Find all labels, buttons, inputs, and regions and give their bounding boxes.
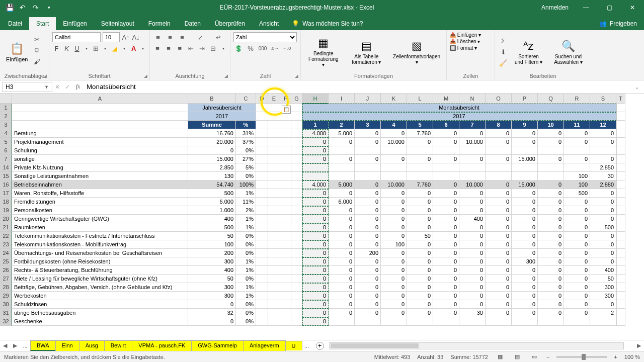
increase-decimal-icon[interactable]: .0→	[270, 43, 280, 53]
cell[interactable]: 0	[538, 300, 564, 309]
cell[interactable]: 1%	[236, 189, 256, 198]
sheet-nav-more[interactable]: ...	[302, 343, 312, 349]
currency-icon[interactable]: 💲	[233, 43, 244, 53]
cell[interactable]: 8	[486, 121, 512, 129]
cell[interactable]	[256, 163, 268, 172]
cell[interactable]	[280, 146, 291, 155]
cell[interactable]	[329, 317, 355, 326]
cell[interactable]	[616, 138, 625, 146]
cell[interactable]	[291, 155, 302, 163]
cell[interactable]: 10.000	[381, 138, 407, 146]
cell[interactable]	[291, 198, 302, 206]
cell[interactable]	[268, 189, 280, 198]
cell[interactable]: 0	[302, 206, 329, 215]
cell[interactable]	[616, 146, 625, 155]
cell[interactable]: 0	[355, 266, 381, 275]
cell[interactable]: 0	[329, 249, 355, 257]
zoom-in-button[interactable]: +	[614, 354, 617, 360]
thousands-icon[interactable]: 000	[258, 43, 268, 53]
cell[interactable]	[329, 172, 355, 180]
cell[interactable]	[256, 292, 268, 300]
cell[interactable]: 0	[433, 129, 459, 138]
cut-icon[interactable]: ✂	[32, 34, 42, 44]
cell[interactable]: 0	[407, 215, 433, 223]
cell[interactable]: 0	[512, 292, 538, 300]
cell[interactable]: %	[236, 121, 256, 129]
bold-icon[interactable]: F	[52, 43, 60, 53]
cell[interactable]: 5.000	[329, 180, 355, 189]
row-header[interactable]: 26	[0, 266, 12, 275]
cell[interactable]: 100	[564, 172, 590, 180]
cell[interactable]	[291, 129, 302, 138]
cell[interactable]: 0	[590, 198, 616, 206]
cell[interactable]	[616, 112, 625, 121]
fx-icon[interactable]: fx	[72, 83, 84, 90]
cell[interactable]	[302, 163, 329, 172]
cell[interactable]: 0	[433, 275, 459, 283]
chevron-down-icon[interactable]: ▾	[220, 43, 227, 53]
column-header[interactable]: R	[564, 94, 590, 104]
cell[interactable]: 0	[188, 317, 236, 326]
cell[interactable]: 0	[459, 283, 486, 292]
cell[interactable]: 0	[538, 215, 564, 223]
row-header[interactable]: 24	[0, 249, 12, 257]
cell[interactable]	[433, 317, 459, 326]
cell[interactable]	[256, 172, 268, 180]
cell[interactable]: 50	[407, 232, 433, 240]
cell[interactable]: 0	[486, 292, 512, 300]
sheet-tab[interactable]: Einn	[55, 340, 79, 351]
cell[interactable]: 0	[459, 198, 486, 206]
cell[interactable]: 0	[512, 198, 538, 206]
cell[interactable]: 0	[381, 215, 407, 223]
cell[interactable]	[538, 163, 564, 172]
cell[interactable]: 0	[538, 198, 564, 206]
cell[interactable]	[12, 121, 188, 129]
qat-customize-icon[interactable]: ▾	[43, 2, 54, 13]
cell[interactable]: 0	[355, 275, 381, 283]
cell[interactable]: übrige Betriebsausgaben	[12, 309, 188, 317]
cell[interactable]: 0	[407, 266, 433, 275]
cell[interactable]: 0	[538, 180, 564, 189]
cell[interactable]: 0	[486, 283, 512, 292]
cell[interactable]	[616, 215, 625, 223]
cell[interactable]: 0	[381, 300, 407, 309]
cell[interactable]	[291, 257, 302, 266]
font-name-input[interactable]	[52, 32, 101, 42]
cell[interactable]	[256, 121, 268, 129]
cell[interactable]	[268, 300, 280, 309]
cell[interactable]: 0	[188, 300, 236, 309]
cell[interactable]: 0	[302, 155, 329, 163]
cell[interactable]: 1%	[236, 266, 256, 275]
cell[interactable]: 0%	[236, 172, 256, 180]
cell[interactable]: 0	[407, 155, 433, 163]
cell[interactable]	[280, 163, 291, 172]
cell[interactable]: 0	[564, 283, 590, 292]
cell[interactable]	[616, 283, 625, 292]
cell[interactable]: 0	[590, 206, 616, 215]
sheet-tab[interactable]: BWA	[30, 340, 56, 351]
cell[interactable]: 0	[355, 138, 381, 146]
row-header[interactable]: 4	[0, 129, 12, 138]
cell[interactable]: 0	[486, 300, 512, 309]
column-header[interactable]: E	[268, 94, 280, 104]
cell[interactable]: 2	[329, 121, 355, 129]
row-header[interactable]: 2	[0, 112, 12, 121]
cell[interactable]: 0	[433, 266, 459, 275]
sheet-tab[interactable]: Bewirt	[104, 340, 133, 351]
cell[interactable]: 0	[302, 249, 329, 257]
cell[interactable]	[616, 172, 625, 180]
cell[interactable]: 0	[564, 206, 590, 215]
cell[interactable]: 0	[538, 257, 564, 266]
cell[interactable]: 0	[512, 300, 538, 309]
cell[interactable]: 0	[407, 198, 433, 206]
column-header[interactable]: H	[302, 94, 329, 104]
cell[interactable]: 0	[512, 129, 538, 138]
cell[interactable]	[616, 223, 625, 232]
cell[interactable]: 0	[538, 266, 564, 275]
cell-styles-button[interactable]: ▧Zellenformatvorlagen ▾	[390, 32, 443, 72]
cell[interactable]: 0	[590, 129, 616, 138]
cell[interactable]: 1%	[236, 283, 256, 292]
column-header[interactable]: B	[188, 94, 236, 104]
cell[interactable]	[280, 317, 291, 326]
increase-indent-icon[interactable]: ⇥	[197, 43, 206, 53]
